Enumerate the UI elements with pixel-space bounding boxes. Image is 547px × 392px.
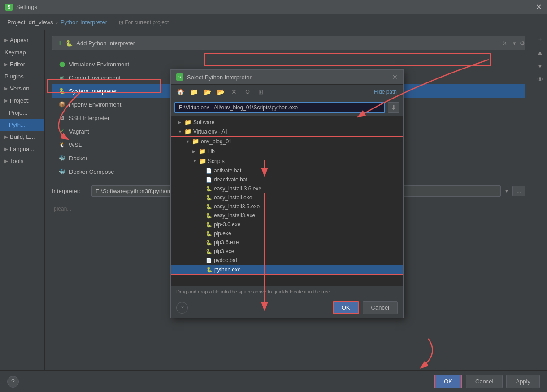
dialog-help-button[interactable]: ? <box>176 302 188 314</box>
sidebar-item-languages[interactable]: ▶ Langua... <box>0 143 44 155</box>
main-ok-button[interactable]: OK <box>434 375 462 388</box>
rt-up-button[interactable]: ▲ <box>535 47 545 57</box>
tree-item-lib[interactable]: ▶ 📁 Lib <box>171 146 403 156</box>
tree-label-easy3: easy_install3.exe <box>214 212 255 219</box>
dialog-path-input[interactable] <box>174 102 385 113</box>
tree-item-easy-install3[interactable]: 🐍 easy_install3.exe <box>171 211 403 220</box>
sidebar-item-plugins[interactable]: Plugins <box>0 70 44 82</box>
easy3-6-icon: 🐍 <box>206 204 212 210</box>
interpreter-row-label: Interpreter: <box>52 188 88 194</box>
sidebar-item-project[interactable]: ▶ Project: <box>0 95 44 107</box>
sidebar-item-appearance[interactable]: ▶ Appear <box>0 34 44 46</box>
tree-item-pydoc[interactable]: 📄 pydoc.bat <box>171 256 403 265</box>
tree-label-virtualenv-all: Virtualenv - All <box>193 129 227 135</box>
dialog-copy-button[interactable]: ⊞ <box>255 86 267 97</box>
easy-install-icon: 🐍 <box>206 195 212 201</box>
software-expand-arrow: ▶ <box>178 120 184 125</box>
tree-item-activate[interactable]: 📄 activate.bat <box>171 166 403 175</box>
tree-item-easy-install3-6[interactable]: 🐍 easy_install3.6.exe <box>171 202 403 211</box>
sidebar-item-python-interpreter[interactable]: Pyth... <box>0 119 44 131</box>
virtualenv-expand-arrow: ▼ <box>178 129 184 134</box>
dialog-download-button[interactable]: ⬇ <box>388 102 399 113</box>
dialog-close-button[interactable]: ✕ <box>392 73 398 81</box>
interpreter-icon: 🐍 <box>65 40 73 47</box>
easy3-icon: 🐍 <box>206 213 212 219</box>
tree-item-env-blog-01[interactable]: ▼ 📁 env_blog_01 <box>171 136 403 146</box>
interp-label-docker-compose: Docker Compose <box>69 168 114 175</box>
dialog-clear-button[interactable]: ✕ <box>228 86 240 97</box>
tree-label-pip-36: pip-3.6.exe <box>214 221 240 228</box>
tree-label-pip3: pip3.exe <box>214 248 234 254</box>
right-toolbar: + ▲ ▼ 👁 <box>533 30 547 370</box>
main-apply-button[interactable]: Apply <box>506 375 540 388</box>
rt-down-button[interactable]: ▼ <box>535 61 545 71</box>
sidebar-item-project-proj[interactable]: Proje... <box>0 107 44 119</box>
tree-label-easy-install: easy_install.exe <box>214 194 252 201</box>
tree-item-pip3[interactable]: 🐍 pip3.exe <box>171 247 403 256</box>
hide-path-button[interactable]: Hide path <box>371 88 399 96</box>
bar-gear-button[interactable]: ⚙ <box>520 40 525 47</box>
bar-dropdown-button[interactable]: ▾ <box>513 40 516 47</box>
dialog-folder-button[interactable]: 📁 <box>188 86 200 97</box>
sidebar-item-label-keymap: Keymap <box>4 49 26 56</box>
env-blog-expand-arrow: ▼ <box>186 139 192 144</box>
virtualenv-icon: ⬤ <box>58 60 65 68</box>
sidebar-item-label-build: Build, E... <box>10 134 35 140</box>
dialog-path-bar: ⬇ <box>171 99 403 116</box>
sidebar-item-editor[interactable]: ▶ Editor <box>0 58 44 70</box>
rt-add-button[interactable]: + <box>535 34 545 44</box>
sidebar-item-tools[interactable]: ▶ Tools <box>0 155 44 167</box>
dialog-refresh-button[interactable]: ↻ <box>242 86 253 97</box>
tree-item-easy-install-36[interactable]: 🐍 easy_install-3.6.exe <box>171 184 403 193</box>
interp-label-docker: Docker <box>69 155 87 162</box>
title-bar-left: S Settings <box>5 4 37 11</box>
dialog-action-buttons: OK Cancel <box>333 301 398 314</box>
sidebar-item-label-languages: Langua... <box>10 146 34 152</box>
tree-item-software[interactable]: ▶ 📁 Software <box>171 117 403 127</box>
sidebar-item-version[interactable]: ▶ Version... <box>0 82 44 95</box>
dialog-newfolder-button[interactable]: 📂 <box>201 86 213 97</box>
tree-item-pip[interactable]: 🐍 pip.exe <box>171 229 403 238</box>
dialog-drag-hint: Drag and drop a file into the space abov… <box>171 286 403 297</box>
python-exe-icon: 🐍 <box>206 267 213 273</box>
main-cancel-button[interactable]: Cancel <box>466 375 503 388</box>
tree-item-pip3-6[interactable]: 🐍 pip3.6.exe <box>171 238 403 247</box>
tree-label-pip3-6: pip3.6.exe <box>214 239 239 246</box>
tree-item-easy-install[interactable]: 🐍 easy_install.exe <box>171 193 403 202</box>
ssh-icon: 🖥 <box>58 114 65 121</box>
dialog-cancel-button[interactable]: Cancel <box>363 301 398 314</box>
dialog-home-button[interactable]: 🏠 <box>174 86 186 97</box>
pipenv-icon: 📦 <box>58 101 65 108</box>
project-arrow: ▶ <box>4 98 8 103</box>
dialog-ok-button[interactable]: OK <box>333 301 359 314</box>
sidebar-item-label-project: Project: <box>10 97 30 104</box>
help-button[interactable]: ? <box>7 376 19 388</box>
window-close-button[interactable]: ✕ <box>536 3 542 11</box>
tree-item-scripts[interactable]: ▼ 📁 Scripts <box>171 156 403 166</box>
tree-item-python-exe[interactable]: 🐍 python.exe <box>171 265 403 275</box>
pip3-6-icon: 🐍 <box>206 240 212 246</box>
bar-close-button[interactable]: ✕ <box>502 40 507 47</box>
tree-label-easy-install-36: easy_install-3.6.exe <box>214 185 261 192</box>
tree-label-python-exe: python.exe <box>214 267 241 273</box>
interp-option-virtualenv[interactable]: ⬤ Virtualenv Environment <box>52 57 525 71</box>
languages-arrow: ▶ <box>4 146 8 151</box>
interpreter-dropdown-arrow[interactable]: ▼ <box>504 189 509 194</box>
for-current-project[interactable]: ⊡ For current project <box>119 19 169 26</box>
scripts-folder-icon: 📁 <box>199 158 206 164</box>
tree-item-deactivate[interactable]: 📄 deactivate.bat <box>171 175 403 184</box>
sidebar-item-keymap[interactable]: Keymap <box>0 46 44 58</box>
tree-item-pip-36[interactable]: 🐍 pip-3.6.exe <box>171 220 403 229</box>
rt-eye-button[interactable]: 👁 <box>535 74 545 84</box>
editor-arrow: ▶ <box>4 62 8 67</box>
add-icon: + <box>58 39 62 47</box>
dialog-title-left: S Select Python Interpreter <box>176 73 252 81</box>
pip-36-icon: 🐍 <box>206 222 212 228</box>
sidebar-item-build[interactable]: ▶ Build, E... <box>0 131 44 143</box>
interpreter-browse-button[interactable]: ... <box>512 186 525 196</box>
docker-compose-icon: 🐳 <box>58 168 65 175</box>
interp-label-wsl: WSL <box>69 142 82 148</box>
tree-item-virtualenv-all[interactable]: ▼ 📁 Virtualenv - All <box>171 127 403 136</box>
dialog-open-button[interactable]: 📂 <box>215 86 226 97</box>
pydoc-file-icon: 📄 <box>206 258 212 263</box>
